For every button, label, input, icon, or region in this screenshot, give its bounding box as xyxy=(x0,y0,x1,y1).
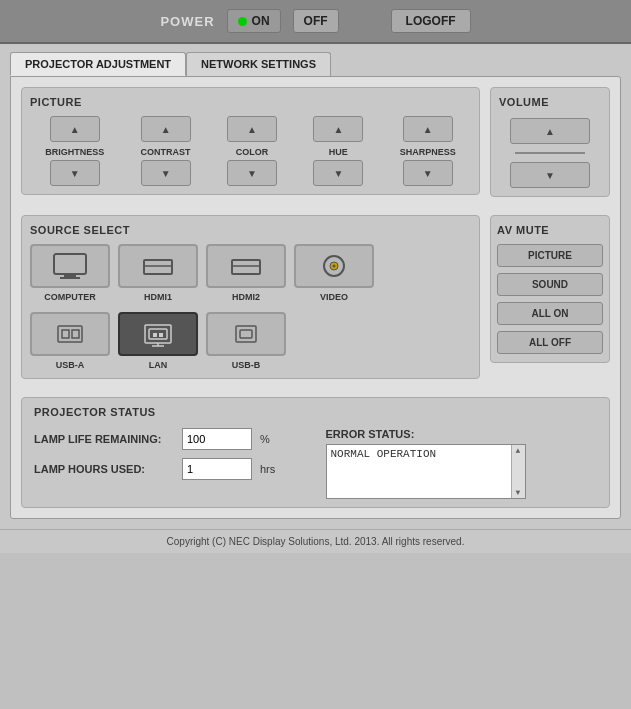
power-label: POWER xyxy=(160,14,214,29)
lamp-life-row: LAMP LIFE REMAINING: % xyxy=(34,428,306,450)
volume-section: VOLUME ▲ ▼ xyxy=(490,87,610,205)
contrast-label: CONTRAST xyxy=(141,147,191,157)
svg-rect-5 xyxy=(232,260,260,274)
volume-down-button[interactable]: ▼ xyxy=(510,162,590,188)
usba-icon xyxy=(52,320,88,348)
main-content: PROJECTOR ADJUSTMENT NETWORK SETTINGS PI… xyxy=(0,44,631,529)
scroll-down-icon[interactable]: ▼ xyxy=(516,488,521,497)
usba-button[interactable] xyxy=(30,312,110,356)
usbb-button[interactable] xyxy=(206,312,286,356)
hue-down-button[interactable]: ▼ xyxy=(313,160,363,186)
scrollbar[interactable]: ▲ ▼ xyxy=(511,445,525,498)
panel: PICTURE ▲ BRIGHTNESS ▼ ▲ CONTRAST ▼ xyxy=(10,76,621,519)
svg-rect-16 xyxy=(159,333,163,337)
source-usbb: USB-B xyxy=(206,312,286,370)
svg-rect-2 xyxy=(60,277,80,279)
source-select-title: SOURCE SELECT xyxy=(30,224,471,236)
color-down-button[interactable]: ▼ xyxy=(227,160,277,186)
video-label: VIDEO xyxy=(320,292,348,302)
sharpness-control: ▲ SHARPNESS ▼ xyxy=(400,116,456,186)
source-computer: COMPUTER xyxy=(30,244,110,302)
power-on-button[interactable]: ON xyxy=(227,9,281,33)
color-label: COLOR xyxy=(236,147,269,157)
hdmi1-label: HDMI1 xyxy=(144,292,172,302)
brightness-down-button[interactable]: ▼ xyxy=(50,160,100,186)
error-status-value: NORMAL OPERATION xyxy=(331,448,437,460)
computer-button[interactable] xyxy=(30,244,110,288)
hdmi2-button[interactable] xyxy=(206,244,286,288)
lamp-hours-input[interactable] xyxy=(182,458,252,480)
volume-box: VOLUME ▲ ▼ xyxy=(490,87,610,197)
logoff-button[interactable]: LOGOFF xyxy=(391,9,471,33)
status-right: ERROR STATUS: NORMAL OPERATION ▲ ▼ xyxy=(326,428,598,499)
source-select-section: SOURCE SELECT xyxy=(21,215,480,387)
lan-button[interactable] xyxy=(118,312,198,356)
picture-title: PICTURE xyxy=(30,96,471,108)
row-source-avmute: SOURCE SELECT xyxy=(21,215,610,387)
av-all-off-button[interactable]: ALL OFF xyxy=(497,331,603,354)
svg-rect-15 xyxy=(153,333,157,337)
lan-icon xyxy=(140,320,176,348)
volume-up-button[interactable]: ▲ xyxy=(510,118,590,144)
picture-section: PICTURE ▲ BRIGHTNESS ▼ ▲ CONTRAST ▼ xyxy=(21,87,480,205)
brightness-control: ▲ BRIGHTNESS ▼ xyxy=(45,116,104,186)
volume-title: VOLUME xyxy=(499,96,549,108)
footer-text: Copyright (C) NEC Display Solutions, Ltd… xyxy=(167,536,465,547)
source-video: VIDEO xyxy=(294,244,374,302)
lamp-hours-unit: hrs xyxy=(260,463,275,475)
tabs: PROJECTOR ADJUSTMENT NETWORK SETTINGS xyxy=(10,52,621,76)
picture-controls: ▲ BRIGHTNESS ▼ ▲ CONTRAST ▼ ▲ COLOR xyxy=(30,116,471,186)
lamp-hours-label: LAMP HOURS USED: xyxy=(34,463,174,475)
svg-rect-14 xyxy=(149,329,167,339)
hdmi1-icon xyxy=(140,252,176,280)
picture-box: PICTURE ▲ BRIGHTNESS ▼ ▲ CONTRAST ▼ xyxy=(21,87,480,195)
lamp-life-input[interactable] xyxy=(182,428,252,450)
tab-network-settings[interactable]: NETWORK SETTINGS xyxy=(186,52,331,76)
projector-status-section: PROJECTOR STATUS LAMP LIFE REMAINING: % … xyxy=(21,397,610,508)
source-hdmi2: HDMI2 xyxy=(206,244,286,302)
source-select-box: SOURCE SELECT xyxy=(21,215,480,379)
usba-label: USB-A xyxy=(56,360,85,370)
volume-divider xyxy=(515,152,585,154)
usbb-icon xyxy=(228,320,264,348)
av-picture-button[interactable]: PICTURE xyxy=(497,244,603,267)
video-button[interactable] xyxy=(294,244,374,288)
lan-label: LAN xyxy=(149,360,168,370)
scroll-up-icon[interactable]: ▲ xyxy=(516,446,521,455)
source-row-1: COMPUTER HDMI1 xyxy=(30,244,471,302)
footer: Copyright (C) NEC Display Solutions, Ltd… xyxy=(0,529,631,553)
svg-point-9 xyxy=(333,265,336,268)
sharpness-down-button[interactable]: ▼ xyxy=(403,160,453,186)
brightness-label: BRIGHTNESS xyxy=(45,147,104,157)
hue-up-button[interactable]: ▲ xyxy=(313,116,363,142)
sharpness-up-button[interactable]: ▲ xyxy=(403,116,453,142)
projector-status-title: PROJECTOR STATUS xyxy=(34,406,597,418)
lamp-hours-row: LAMP HOURS USED: hrs xyxy=(34,458,306,480)
av-mute-title: AV MUTE xyxy=(497,224,603,236)
contrast-up-button[interactable]: ▲ xyxy=(141,116,191,142)
hdmi2-label: HDMI2 xyxy=(232,292,260,302)
av-all-on-button[interactable]: ALL ON xyxy=(497,302,603,325)
video-icon xyxy=(316,252,352,280)
power-on-label: ON xyxy=(252,14,270,28)
svg-rect-12 xyxy=(72,330,79,338)
contrast-down-button[interactable]: ▼ xyxy=(141,160,191,186)
av-mute-box: AV MUTE PICTURE SOUND ALL ON ALL OFF xyxy=(490,215,610,363)
hdmi1-button[interactable] xyxy=(118,244,198,288)
lamp-life-label: LAMP LIFE REMAINING: xyxy=(34,433,174,445)
brightness-up-button[interactable]: ▲ xyxy=(50,116,100,142)
top-bar: POWER ON OFF LOGOFF xyxy=(0,0,631,44)
av-sound-button[interactable]: SOUND xyxy=(497,273,603,296)
color-up-button[interactable]: ▲ xyxy=(227,116,277,142)
source-hdmi1: HDMI1 xyxy=(118,244,198,302)
tab-projector-adjustment[interactable]: PROJECTOR ADJUSTMENT xyxy=(10,52,186,76)
power-indicator-dot xyxy=(238,17,247,26)
hue-label: HUE xyxy=(329,147,348,157)
svg-rect-3 xyxy=(144,260,172,274)
contrast-control: ▲ CONTRAST ▼ xyxy=(141,116,191,186)
power-off-button[interactable]: OFF xyxy=(293,9,339,33)
lamp-life-unit: % xyxy=(260,433,270,445)
usbb-label: USB-B xyxy=(232,360,261,370)
hdmi2-icon xyxy=(228,252,264,280)
source-lan: LAN xyxy=(118,312,198,370)
